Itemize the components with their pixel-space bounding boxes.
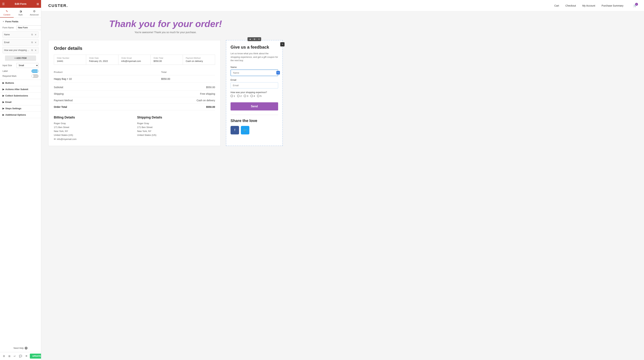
- layers-icon-btn[interactable]: ⊞: [7, 354, 12, 358]
- field-delete-btn-name[interactable]: ✕: [34, 33, 37, 36]
- field-delete-btn-shopping[interactable]: ✕: [34, 49, 37, 52]
- add-item-button[interactable]: + ADD ITEM: [5, 55, 36, 61]
- comments-icon-btn[interactable]: 💬: [18, 354, 23, 358]
- hamburger-icon[interactable]: ☰: [2, 2, 4, 6]
- additional-options-section[interactable]: ▶ Additional Options: [0, 112, 41, 118]
- form-name-label: Form Name: [2, 26, 15, 29]
- bottom-bar: ⚙ ⊞ ↩ 💬 👁 UPDATE ▾: [0, 352, 41, 360]
- order-section: Order details Order Number 14441 Order D…: [48, 40, 220, 146]
- nav-cart[interactable]: Cart: [554, 4, 559, 7]
- name-input-wrap: ✎: [230, 69, 278, 76]
- required-mark-toggle-row: Required Mark HIDE: [2, 74, 38, 78]
- history-icon-btn[interactable]: ↩: [12, 354, 17, 358]
- order-email-label: Order Email: [121, 57, 148, 59]
- order-date-value: February 15, 2022: [89, 60, 115, 62]
- form-fields-header[interactable]: ▼ Form Fields: [2, 19, 38, 23]
- shipping-title: Shipping Details: [137, 116, 215, 119]
- field-copy-btn-shopping[interactable]: ⧉: [31, 48, 33, 52]
- rating-option-5[interactable]: 5: [257, 95, 262, 97]
- left-panel: ☰ Edit Form ⊞ ✎ Content ◑ Style ⚙ Advanc…: [0, 0, 41, 360]
- required-toggle-text: HIDE: [34, 75, 38, 77]
- move-icon-btn[interactable]: ⊞: [254, 38, 256, 40]
- billing-country: United States (US): [54, 133, 132, 137]
- chevron-down-icon: ▼: [2, 20, 4, 22]
- need-help[interactable]: Need Help ?: [0, 344, 41, 352]
- radio-5: [257, 95, 260, 97]
- order-meta: Order Number 14441 Order Date February 1…: [54, 55, 215, 65]
- order-date-item: Order Date February 15, 2022: [86, 55, 118, 65]
- feedback-email-input[interactable]: [230, 82, 278, 88]
- billing-title: Billing Details: [54, 116, 132, 119]
- chevron-right-icon: ▶: [2, 82, 4, 84]
- shipping-block: Shipping Details Roger Gray 171 Ben Stre…: [137, 116, 215, 141]
- form-name-row: Form Name: [2, 25, 38, 30]
- required-mark-toggle[interactable]: HIDE: [32, 74, 38, 78]
- field-delete-btn-email[interactable]: ✕: [34, 41, 37, 44]
- share-title: Share the love: [230, 119, 278, 123]
- grid-icon[interactable]: ⊞: [36, 2, 39, 6]
- rating-label: How was your shopping experince?: [230, 91, 278, 94]
- shipping-address1: 171 Ben Street: [137, 125, 215, 129]
- actions-after-submit-section[interactable]: ▶ Actions After Submit: [0, 86, 41, 93]
- feedback-name-input[interactable]: [230, 69, 278, 76]
- row-product: Happy Bag × 10: [54, 75, 161, 83]
- top-bar: ☰ Edit Form ⊞: [0, 0, 41, 8]
- name-edit-inline-icon[interactable]: ✎: [276, 71, 280, 74]
- field-copy-btn-name[interactable]: ⧉: [31, 33, 33, 36]
- rating-option-4[interactable]: 4: [250, 95, 255, 97]
- send-button[interactable]: Send: [230, 102, 278, 111]
- shipping-value: Free shipping: [200, 92, 215, 95]
- order-total-value: $550.00: [154, 60, 180, 62]
- input-size-select[interactable]: Small Medium Large: [16, 63, 38, 68]
- label-toggle[interactable]: SHOW: [32, 69, 38, 73]
- shipping-row: Shipping: Free shipping: [54, 91, 215, 97]
- label-toggle-label: Label: [2, 70, 8, 72]
- rating-option-2[interactable]: 2: [237, 95, 242, 97]
- name-field-label: Name: [230, 66, 278, 68]
- twitter-share-button[interactable]: 🐦: [241, 126, 249, 134]
- rating-option-1[interactable]: 1: [230, 95, 235, 97]
- edit-icon: ✎: [282, 43, 283, 46]
- site-nav: CUSTER. Cart Checkout My Account Purchas…: [41, 0, 644, 11]
- table-row: Happy Bag × 10 $550.00: [54, 75, 215, 83]
- field-copy-btn-email[interactable]: ⧉: [31, 41, 33, 44]
- content-icon: ✎: [6, 9, 8, 13]
- cart-icon-wrap[interactable]: 🛒 0: [633, 4, 637, 7]
- buttons-section[interactable]: ▶ Buttons: [0, 80, 41, 86]
- name-field-group: Name ✎: [230, 66, 278, 76]
- nav-purchase-summary[interactable]: Purchase Summary: [602, 4, 624, 7]
- settings-icon-btn[interactable]: ⚙: [2, 354, 6, 358]
- rating-option-3[interactable]: 3: [244, 95, 248, 97]
- close-ctrl-btn[interactable]: ✕: [258, 38, 260, 40]
- eye-icon-btn[interactable]: 👁: [24, 354, 29, 358]
- edit-icon-wrap[interactable]: ✎: [280, 42, 284, 46]
- facebook-share-button[interactable]: f: [230, 126, 239, 134]
- tabs-row: ✎ Content ◑ Style ⚙ Advanced: [0, 8, 41, 18]
- radio-3: [244, 95, 246, 97]
- field-item-name: Name ⧉ ✕: [2, 31, 38, 38]
- nav-my-account[interactable]: My Account: [582, 4, 595, 7]
- nav-checkout[interactable]: Checkout: [566, 4, 576, 7]
- main-content: CUSTER. Cart Checkout My Account Purchas…: [41, 0, 644, 360]
- steps-settings-section[interactable]: ▶ Steps Settings: [0, 105, 41, 112]
- form-name-input[interactable]: [16, 25, 41, 30]
- payment-row: Payment Method Cash on delivery: [54, 97, 215, 104]
- collect-submissions-section[interactable]: ▶ Collect Submissions: [0, 93, 41, 99]
- input-size-row: Input Size Small Medium Large: [2, 63, 38, 68]
- move-left-btn[interactable]: ◄: [249, 38, 251, 40]
- email-field-group: Email: [230, 79, 278, 88]
- update-button[interactable]: UPDATE: [30, 354, 41, 359]
- label-toggle-text: SHOW: [32, 70, 37, 72]
- email-icon: ✉: [54, 138, 56, 141]
- order-total-row: Order Total $550.00: [54, 104, 215, 110]
- tab-advanced[interactable]: ⚙ Advanced: [27, 8, 41, 17]
- tab-content[interactable]: ✎ Content: [0, 8, 14, 17]
- email-section[interactable]: ▶ Email: [0, 99, 41, 105]
- order-table: Product Total Happy Bag × 10 $550.00: [54, 69, 215, 83]
- radio-2: [237, 95, 240, 97]
- input-size-label: Input Size: [2, 64, 15, 67]
- ctrl-divider: |: [252, 38, 252, 40]
- order-number-item: Order Number 14441: [54, 55, 86, 65]
- tab-style[interactable]: ◑ Style: [14, 8, 27, 17]
- help-icon: ?: [25, 347, 28, 350]
